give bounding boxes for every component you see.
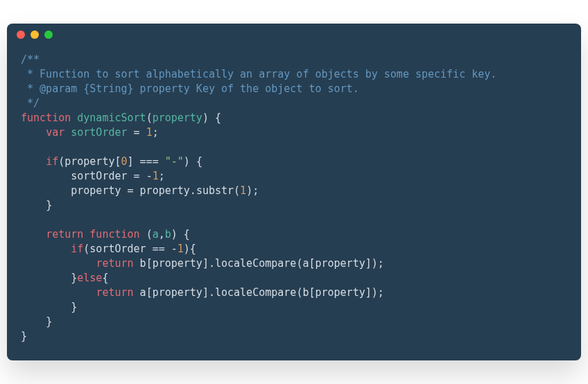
code-token: . — [190, 184, 196, 197]
code-token: [ — [146, 286, 153, 299]
code-token: ){ — [184, 243, 196, 255]
code-token: * Function to sort alphabetically an arr… — [21, 68, 496, 80]
code-token: * @param {String} property Key of the ob… — [21, 82, 359, 95]
code-token: b — [140, 257, 146, 270]
code-token: property — [315, 286, 365, 299]
code-token: if — [46, 155, 58, 168]
code-token: return — [96, 286, 133, 299]
code-token: ) — [184, 155, 190, 168]
code-token: ] — [128, 155, 134, 168]
code-token: === — [140, 155, 159, 168]
code-token: localeCompare — [215, 257, 296, 270]
code-token: ( — [146, 228, 153, 241]
code-token: property — [140, 184, 190, 197]
code-token: [ — [114, 155, 121, 168]
code-token: return — [46, 228, 83, 241]
code-token: ( — [58, 155, 64, 168]
code-token: dynamicSort — [77, 112, 146, 124]
code-token: localeCompare — [215, 286, 296, 299]
code-token: ; — [153, 126, 159, 139]
code-token: substr — [196, 184, 234, 197]
code-token: } — [71, 301, 77, 313]
code-token: ( — [234, 184, 240, 197]
code-token: { — [196, 155, 202, 168]
code-token: ( — [146, 112, 153, 124]
code-token: - — [171, 243, 178, 255]
code-token: sortOrder — [71, 170, 127, 182]
code-token: property — [315, 257, 365, 270]
code-token: function — [21, 112, 71, 124]
code-token: } — [21, 330, 27, 342]
code-token: ); — [246, 184, 259, 197]
minimize-icon[interactable] — [31, 30, 39, 39]
code-token: property — [153, 112, 202, 124]
code-token: } — [46, 315, 52, 328]
code-token: 1 — [240, 184, 246, 197]
code-token: - — [146, 170, 153, 182]
code-token: ]. — [202, 286, 215, 299]
code-token: property — [153, 286, 202, 299]
code-token: "-" — [165, 155, 184, 168]
code-token: ]. — [202, 257, 215, 270]
code-token: ) — [171, 228, 178, 241]
window-titlebar — [7, 24, 581, 46]
code-token: sortOrder — [71, 126, 127, 139]
code-token: ( — [83, 243, 89, 255]
code-token: , — [159, 228, 165, 241]
close-icon[interactable] — [17, 30, 25, 39]
code-block[interactable]: /** * Function to sort alphabetically an… — [7, 46, 581, 360]
code-token: ; — [159, 170, 165, 182]
code-token: property — [64, 155, 114, 168]
code-token: 1 — [153, 170, 159, 182]
code-token: b — [165, 228, 171, 241]
code-token: else — [77, 272, 102, 284]
code-window: /** * Function to sort alphabetically an… — [7, 24, 581, 360]
code-token: property — [153, 257, 202, 270]
code-token: = — [134, 170, 140, 182]
code-token: if — [71, 243, 83, 255]
code-token: { — [102, 272, 108, 284]
code-token: sortOrder — [89, 243, 146, 255]
code-token: [ — [146, 257, 153, 270]
code-token: == — [153, 243, 165, 255]
code-token: 0 — [121, 155, 128, 168]
code-token: { — [184, 228, 190, 241]
code-token: 1 — [178, 243, 184, 255]
code-token: ) — [202, 112, 209, 124]
code-token: a — [153, 228, 159, 241]
code-token: } — [71, 272, 77, 284]
code-token: return — [96, 257, 133, 270]
code-token: */ — [21, 97, 40, 110]
code-token: var — [46, 126, 64, 139]
code-token: ]); — [365, 286, 384, 299]
code-token: = — [134, 126, 140, 139]
code-token: property — [71, 184, 121, 197]
code-token: = — [128, 184, 134, 197]
code-token: 1 — [146, 126, 153, 139]
code-token: ]); — [365, 257, 384, 270]
code-token: } — [46, 199, 52, 211]
code-token: { — [215, 112, 221, 124]
code-token: a — [140, 286, 146, 299]
code-token: function — [89, 228, 139, 241]
maximize-icon[interactable] — [44, 30, 53, 39]
code-token: /** — [21, 53, 40, 66]
